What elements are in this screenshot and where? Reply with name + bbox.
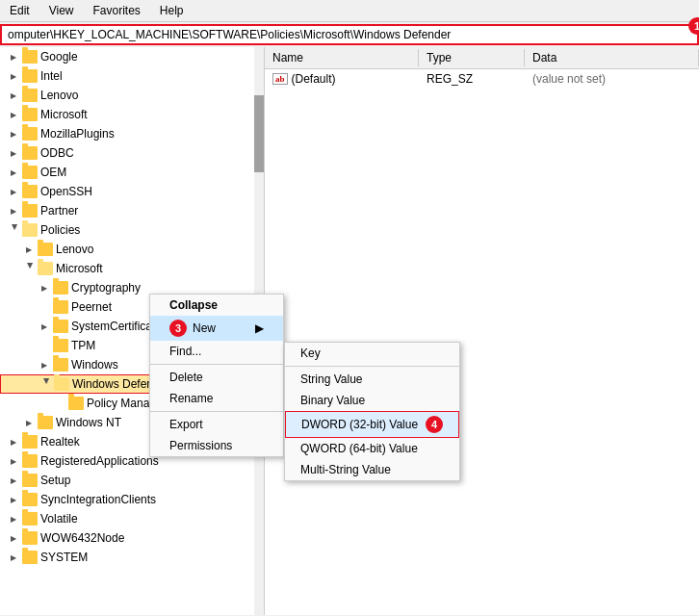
folder-icon-openssh	[22, 185, 38, 198]
col-header-type: Type	[419, 49, 525, 66]
submenu-sep-1	[285, 366, 459, 367]
expand-cryptography: ▶	[39, 282, 50, 294]
tree-item-sync-integration[interactable]: ▶ SyncIntegrationClients	[0, 490, 264, 509]
expand-oem: ▶	[8, 167, 19, 178]
tree-label-setup: Setup	[40, 474, 70, 487]
tree-item-volatile[interactable]: ▶ Volatile	[0, 509, 264, 528]
expand-windows: ▶	[39, 359, 50, 371]
tree-item-policies[interactable]: ▶ Policies	[0, 220, 264, 240]
submenu-binary-value-label: Binary Value	[300, 394, 365, 407]
ctx-find[interactable]: Find...	[150, 341, 283, 362]
folder-icon-lenovo	[22, 89, 38, 102]
expand-policies: ▶	[8, 224, 19, 236]
ctx-collapse-label: Collapse	[169, 298, 218, 312]
ctx-export-label: Export	[169, 418, 203, 431]
folder-icon-intel	[22, 69, 38, 83]
ctx-rename[interactable]: Rename	[150, 388, 283, 409]
menu-favorites[interactable]: Favorites	[87, 2, 145, 19]
badge-3: 3	[169, 320, 187, 337]
folder-icon-peernet	[53, 300, 68, 314]
tree-label-policies: Policies	[40, 223, 80, 237]
tree-item-policies-lenovo[interactable]: ▶ Lenovo	[0, 240, 264, 259]
tree-item-odbc[interactable]: ▶ ODBC	[0, 143, 264, 163]
col-header-name: Name	[265, 49, 419, 66]
expand-lenovo: ▶	[8, 90, 19, 101]
expand-setup: ▶	[8, 475, 19, 486]
tree-item-policies-microsoft[interactable]: ▶ Microsoft	[0, 259, 264, 278]
submenu-string-value-label: String Value	[300, 372, 362, 386]
folder-icon-system	[22, 551, 38, 564]
tree-label-windows-nt: Windows NT	[56, 416, 121, 429]
expand-windows-defender: ▶	[39, 378, 51, 390]
ctx-collapse[interactable]: Collapse	[150, 295, 283, 316]
ctx-new-label: New	[193, 321, 216, 335]
tree-label-policies-lenovo: Lenovo	[56, 243, 93, 256]
expand-odbc: ▶	[8, 147, 19, 159]
tree-item-google[interactable]: ▶ Google	[0, 47, 264, 66]
folder-icon-realtek	[22, 435, 38, 449]
menu-view[interactable]: View	[43, 2, 80, 19]
scrollbar-thumb[interactable]	[254, 95, 264, 172]
menu-bar: Edit View Favorites Help	[0, 0, 699, 22]
address-text: omputer\HKEY_LOCAL_MACHINE\SOFTWARE\Poli…	[8, 28, 691, 41]
badge-1: 1	[688, 17, 699, 35]
menu-help[interactable]: Help	[154, 2, 190, 19]
submenu-multi-string-value[interactable]: Multi-String Value	[285, 459, 459, 480]
folder-icon-policies-microsoft	[38, 262, 53, 275]
tree-item-partner[interactable]: ▶ Partner	[0, 201, 264, 220]
ctx-delete-label: Delete	[169, 371, 203, 384]
submenu-key-label: Key	[300, 346, 321, 360]
expand-policies-lenovo: ▶	[23, 244, 35, 255]
tree-item-system[interactable]: ▶ SYSTEM	[0, 548, 264, 567]
tree-item-setup[interactable]: ▶ Setup	[0, 471, 264, 490]
tree-label-openssh: OpenSSH	[40, 185, 92, 198]
ctx-export[interactable]: Export	[150, 414, 283, 435]
folder-icon-systemcerts	[53, 320, 68, 333]
tree-label-mozillaplugins: MozillaPlugins	[40, 127, 115, 141]
submenu-binary-value[interactable]: Binary Value	[285, 390, 459, 411]
ctx-sep-1	[150, 364, 283, 365]
folder-icon-partner	[22, 204, 38, 218]
tree-item-mozillaplugins[interactable]: ▶ MozillaPlugins	[0, 124, 264, 143]
tree-label-odbc: ODBC	[40, 146, 74, 160]
tree-item-lenovo[interactable]: ▶ Lenovo	[0, 86, 264, 105]
registry-row-default[interactable]: ab (Default) REG_SZ (value not set)	[265, 69, 699, 89]
tree-label-cryptography: Cryptography	[71, 281, 141, 295]
column-headers: Name Type Data	[265, 47, 699, 69]
folder-icon-policies-lenovo	[38, 243, 53, 256]
folder-icon-tpm	[53, 339, 68, 352]
tree-label-sync-integration: SyncIntegrationClients	[40, 493, 156, 506]
tree-item-oem[interactable]: ▶ OEM	[0, 163, 264, 182]
submenu-qword-value[interactable]: QWORD (64-bit) Value	[285, 438, 459, 459]
ctx-new[interactable]: 3 New ▶	[150, 316, 283, 341]
reg-name-label: (Default)	[292, 72, 336, 86]
expand-intel: ▶	[8, 70, 19, 82]
tree-label-peernet: Peernet	[71, 300, 112, 314]
submenu-dword-value[interactable]: DWORD (32-bit) Value 4	[285, 411, 459, 438]
expand-mozillaplugins: ▶	[8, 128, 19, 140]
main-area: ▶ Google ▶ Intel ▶ Lenovo ▶ Microsoft ▶ …	[0, 47, 699, 615]
menu-edit[interactable]: Edit	[4, 2, 36, 19]
expand-realtek: ▶	[8, 436, 19, 448]
tree-label-realtek: Realtek	[40, 435, 80, 449]
ctx-permissions[interactable]: Permissions	[150, 435, 283, 456]
ctx-rename-label: Rename	[169, 392, 213, 405]
expand-openssh: ▶	[8, 186, 19, 197]
expand-wow6432: ▶	[8, 532, 19, 544]
tree-item-intel[interactable]: ▶ Intel	[0, 66, 264, 86]
badge-4: 4	[426, 416, 443, 433]
folder-icon-setup	[22, 474, 38, 487]
expand-microsoft: ▶	[8, 109, 19, 120]
folder-icon-odbc	[22, 146, 38, 160]
tree-label-wow6432: WOW6432Node	[40, 531, 124, 545]
submenu-string-value[interactable]: String Value	[285, 369, 459, 390]
folder-icon-sync-integration	[22, 493, 38, 506]
expand-partner: ▶	[8, 205, 19, 217]
ctx-delete[interactable]: Delete	[150, 367, 283, 388]
tree-item-openssh[interactable]: ▶ OpenSSH	[0, 182, 264, 201]
ab-icon: ab	[272, 73, 288, 85]
tree-item-wow6432[interactable]: ▶ WOW6432Node	[0, 528, 264, 548]
submenu: Key String Value Binary Value DWORD (32-…	[284, 342, 460, 481]
tree-item-microsoft[interactable]: ▶ Microsoft	[0, 105, 264, 124]
submenu-key[interactable]: Key	[285, 343, 459, 364]
